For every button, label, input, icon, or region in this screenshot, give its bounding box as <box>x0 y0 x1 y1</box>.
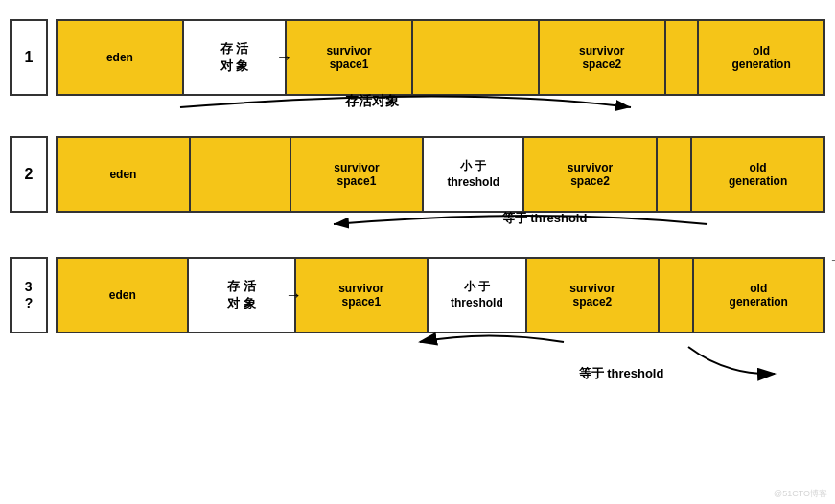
row1-space1b <box>413 21 540 94</box>
arrow-section-2: 等于 threshold <box>56 217 825 257</box>
row-1-wrapper: 1 eden 存 活对 象 → survivorspace1 survivors… <box>10 19 825 96</box>
row3-eden: eden <box>58 259 189 332</box>
arrow-section-1: 存活对象 <box>56 100 825 136</box>
threshold-label-3: 等于 threshold <box>579 366 664 380</box>
row1-space1: survivorspace1 <box>287 21 413 94</box>
main-diagram: 1 eden 存 活对 象 → survivorspace1 survivors… <box>0 0 835 504</box>
row1-small-arrow: → <box>275 48 292 68</box>
alive-object-label: 存活对象 <box>344 93 400 108</box>
threshold-arc-3a <box>420 336 564 343</box>
row1-space2: survivorspace2 <box>540 21 666 94</box>
row2-space1: survivorspace1 <box>291 138 425 211</box>
row1-survivor-active: 存 活对 象 → <box>184 21 287 94</box>
row3-small-arrow: → <box>285 286 302 306</box>
arrow-section-3: 等于 threshold <box>56 337 825 385</box>
row-1-label: 1 <box>10 19 48 96</box>
row1-active-text: 存 活对 象 <box>220 40 249 75</box>
row1-old: oldgeneration <box>699 21 823 94</box>
row-3-wrapper: 3? eden 存 活对 象 → survivorspace1 小 于thres… <box>10 257 825 333</box>
row-2-label: 2 <box>10 136 48 213</box>
row3-active-text: 存 活对 象 <box>227 278 256 312</box>
row2-empty <box>191 138 291 211</box>
row2-threshold-text: 小 于threshold <box>447 158 499 191</box>
arrow-svg-2: 等于 threshold <box>56 217 835 257</box>
row3-space1: survivorspace1 <box>296 259 428 332</box>
row-2-memory: eden survivorspace1 小 于threshold → survi… <box>56 136 825 213</box>
row2-space2b <box>658 138 692 211</box>
row-1-memory: eden 存 活对 象 → survivorspace1 survivorspa… <box>56 19 825 96</box>
row-2-wrapper: 2 eden survivorspace1 小 于threshold → sur… <box>10 136 825 213</box>
row3-active: 存 活对 象 → <box>189 259 296 332</box>
threshold-arc-3b <box>688 347 775 374</box>
arrow-svg-1: 存活对象 <box>56 100 835 136</box>
row2-eden: eden <box>58 138 191 211</box>
row3-space2b <box>660 259 694 332</box>
row3-threshold-text: 小 于threshold <box>451 279 503 311</box>
row2-threshold: 小 于threshold → <box>424 138 524 211</box>
row2-space2: survivorspace2 <box>524 138 658 211</box>
row3-old: oldgeneration <box>694 259 823 332</box>
threshold-label-2: 等于 threshold <box>502 211 588 225</box>
alive-object-arc <box>180 97 631 108</box>
row2-old: oldgeneration <box>692 138 823 211</box>
watermark: @51CTO博客 <box>774 488 827 500</box>
row1-space2b <box>666 21 699 94</box>
row1-eden: eden <box>58 21 184 94</box>
row-3-memory: eden 存 活对 象 → survivorspace1 小 于threshol… <box>56 257 825 333</box>
arrow-svg-3: 等于 threshold <box>56 337 835 395</box>
row3-threshold: 小 于threshold <box>429 259 528 332</box>
row3-space2: survivorspace2 <box>527 259 659 332</box>
row-3-label: 3? <box>10 257 48 333</box>
